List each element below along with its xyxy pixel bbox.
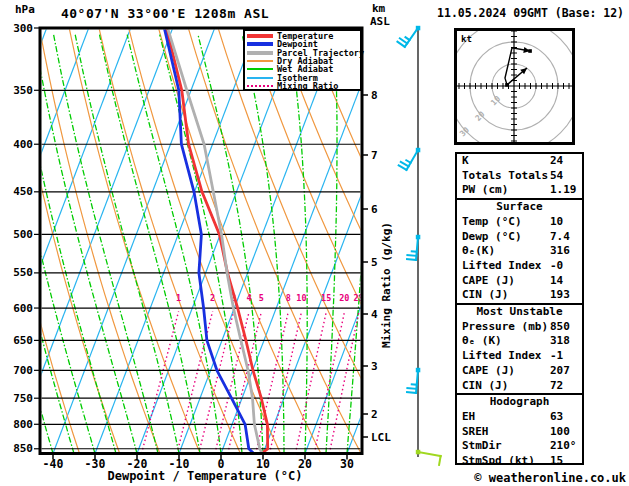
pressure-tick-label: 500 xyxy=(13,228,33,241)
wind-barb xyxy=(416,450,441,465)
mixing-ratio-line xyxy=(270,311,302,453)
wind-barb-staff xyxy=(397,26,440,465)
stats-section: Most UnstablePressure (mb)850θₑ (K)318Li… xyxy=(457,303,582,393)
legend-swatch-dewpoint xyxy=(247,42,273,46)
hodo-ring-label: 10 xyxy=(489,94,502,107)
dry-adiabat-line xyxy=(248,28,442,454)
legend-swatch-mixing-ratio xyxy=(247,85,273,87)
lcl-label: LCL xyxy=(371,431,391,444)
dewpoint-curve xyxy=(164,28,254,454)
mixing-ratio-axis-label: Mixing Ratio (g/kg) xyxy=(380,201,392,369)
stat-row: Pressure (mb)850 xyxy=(457,320,582,335)
stat-label: EH xyxy=(462,410,475,423)
stat-row: K24 xyxy=(457,154,582,169)
stat-label: K xyxy=(462,154,469,167)
stat-row: CAPE (J)14 xyxy=(457,274,582,289)
wind-barb-feather xyxy=(400,38,407,43)
temperature-axis-label: Dewpoint / Temperature (°C) xyxy=(60,469,350,483)
stat-value: -1 xyxy=(550,349,563,364)
km-tick-label: 8 xyxy=(371,89,378,102)
hodo-trace xyxy=(505,48,530,85)
sounding-screenshot: hPa 40°07'N 33°00'E 1208m ASL km ASL 11.… xyxy=(0,0,629,486)
stats-section-title: Most Unstable xyxy=(457,305,582,320)
dry-adiabat-line xyxy=(99,28,240,454)
stat-value: 15 xyxy=(550,454,563,465)
wet-adiabat-line xyxy=(0,35,95,454)
stat-label: Pressure (mb) xyxy=(462,320,548,333)
wind-barb xyxy=(399,148,421,170)
hodograph: 102030kt xyxy=(454,28,575,145)
mixing-ratio-label: 1 xyxy=(176,293,181,303)
stat-value: 10 xyxy=(550,215,563,230)
hodo-ring-label: 30 xyxy=(458,125,471,138)
legend-item: Mixing Ratio xyxy=(247,82,360,90)
mixing-ratio-label: 8 xyxy=(286,293,291,303)
stat-row: CIN (J)72 xyxy=(457,379,582,394)
isotherm-line xyxy=(11,28,173,454)
legend-swatch-dry-adiabat xyxy=(247,60,273,62)
stat-value: 7.4 xyxy=(550,230,570,245)
stat-value: 1.19 xyxy=(550,183,577,198)
stat-label: Lifted Index xyxy=(462,259,541,272)
wind-barb-feather xyxy=(407,392,416,393)
pressure-tick-label: 600 xyxy=(13,302,33,315)
stat-value: 318 xyxy=(550,334,570,349)
stat-value: 850 xyxy=(550,320,570,335)
wet-adiabat-line xyxy=(389,35,439,454)
stat-label: θₑ(K) xyxy=(462,244,495,257)
mixing-ratio-label: 5 xyxy=(259,293,264,303)
wind-barb-feather xyxy=(401,162,409,167)
pressure-tick-label: 850 xyxy=(13,442,33,455)
pressure-tick-label: 800 xyxy=(13,418,33,431)
stat-value: 54 xyxy=(550,169,563,184)
stat-label: CIN (J) xyxy=(462,288,508,301)
stat-label: Dewp (°C) xyxy=(462,230,522,243)
pressure-tick-label: 400 xyxy=(13,138,33,151)
wind-barb-feather xyxy=(407,255,416,256)
isotherm-line xyxy=(137,28,299,454)
stats-section: SurfaceTemp (°C)10Dewp (°C)7.4θₑ(K)316Li… xyxy=(457,198,582,303)
stat-value: 24 xyxy=(550,154,563,169)
stat-row: Temp (°C)10 xyxy=(457,215,582,230)
stat-value: 193 xyxy=(550,288,570,303)
wet-adiabat-line xyxy=(0,35,53,454)
stat-row: θₑ(K)316 xyxy=(457,244,582,259)
stat-row: Lifted Index-1 xyxy=(457,349,582,364)
mixing-ratio-label: 4 xyxy=(246,293,251,303)
stat-row: Dewp (°C)7.4 xyxy=(457,230,582,245)
wind-barb-half-feather xyxy=(406,160,410,163)
stat-value: 207 xyxy=(550,364,570,379)
pressure-tick-label: 700 xyxy=(13,364,33,377)
hodo-content: 102030 xyxy=(454,28,575,145)
stats-section-title: Surface xyxy=(457,200,582,215)
indices-table: K24Totals Totals54PW (cm)1.19SurfaceTemp… xyxy=(455,152,584,465)
isotherm-line xyxy=(263,28,425,454)
stat-label: StmSpd (kt) xyxy=(462,454,535,465)
legend: TemperatureDewpointParcel TrajectoryDry … xyxy=(243,29,362,91)
stat-value: 316 xyxy=(550,244,570,259)
mixing-ratio-label: 10 xyxy=(296,293,306,303)
wind-barb xyxy=(397,26,420,47)
wind-barb-feather xyxy=(407,259,416,260)
stat-label: PW (cm) xyxy=(462,183,508,196)
stat-label: θₑ (K) xyxy=(462,334,502,347)
mixing-ratio-label: 20 xyxy=(339,293,349,303)
stat-value: 100 xyxy=(550,425,570,440)
km-tick-label: 5 xyxy=(371,256,378,269)
pressure-axis-labels: 300350400450500550600650700750800850 xyxy=(13,22,40,456)
wind-barb-stem xyxy=(418,452,441,456)
pressure-tick-label: 650 xyxy=(13,334,33,347)
stat-label: Lifted Index xyxy=(462,349,541,362)
wind-barb-feather xyxy=(397,42,404,47)
stats-section-title: Hodograph xyxy=(457,395,582,410)
pressure-tick-label: 550 xyxy=(13,266,33,279)
km-tick-label: 6 xyxy=(371,203,378,216)
legend-swatch-isotherm xyxy=(247,77,273,79)
legend-label: Mixing Ratio xyxy=(277,82,338,90)
hodo-origin-marker xyxy=(505,83,509,87)
stat-label: CIN (J) xyxy=(462,379,508,392)
temp-axis-ticks: -40-30-20-100102030 xyxy=(43,454,354,471)
legend-swatch-temperature xyxy=(247,34,273,38)
km-tick-label: 3 xyxy=(371,360,378,373)
pressure-tick-label: 350 xyxy=(13,84,33,97)
